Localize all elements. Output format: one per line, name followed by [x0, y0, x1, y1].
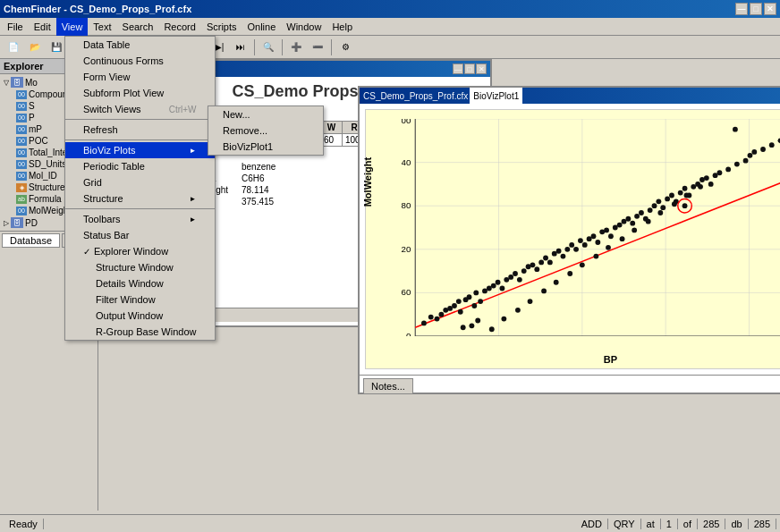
svg-text:480: 480: [402, 200, 411, 210]
status-db-value: 285: [749, 519, 776, 529]
svg-point-128: [632, 228, 637, 233]
bioviz-submenu: New... Remove... BioVizPlot1: [208, 106, 324, 156]
menu-filter-window[interactable]: Filter Window: [65, 291, 215, 308]
tab-database[interactable]: Database: [2, 233, 60, 248]
svg-point-53: [504, 277, 509, 283]
toolbar-last[interactable]: ⏭: [231, 38, 250, 57]
svg-text:320: 320: [402, 244, 411, 254]
menu-output-window[interactable]: Output Window: [65, 308, 215, 324]
menu-form-view[interactable]: Form View: [65, 69, 215, 85]
menu-explorer-window[interactable]: ✓ Explorer Window: [65, 243, 215, 259]
toolbar-open[interactable]: 📂: [25, 38, 45, 57]
menu-continuous-forms[interactable]: Continuous Forms: [65, 53, 215, 69]
status-at-value: 1: [661, 519, 678, 529]
toolbar-new[interactable]: 📄: [4, 38, 23, 57]
inner-minimize-btn[interactable]: —: [453, 63, 463, 74]
inner-close-btn[interactable]: ✕: [476, 63, 487, 74]
menu-structure-window[interactable]: Structure Window: [65, 259, 215, 275]
svg-point-76: [604, 228, 609, 233]
svg-point-60: [534, 266, 539, 272]
svg-point-129: [646, 219, 651, 224]
menu-view[interactable]: View: [56, 18, 89, 36]
x-axis-label: BP: [604, 354, 617, 365]
menu-data-table[interactable]: Data Table: [65, 37, 215, 53]
svg-point-84: [639, 210, 644, 215]
svg-point-100: [708, 182, 714, 187]
status-qry: QRY: [608, 519, 641, 529]
svg-point-40: [452, 303, 457, 308]
menu-grid[interactable]: Grid: [65, 174, 215, 190]
inner-maximize-btn[interactable]: □: [464, 63, 475, 74]
menu-subform-plot-view[interactable]: Subform Plot View: [65, 85, 215, 101]
menu-refresh[interactable]: Refresh: [65, 122, 215, 138]
svg-point-126: [606, 245, 611, 250]
notes-button[interactable]: Notes...: [363, 378, 413, 394]
bioviz-window: CS_Demo_Props_Prof.cfx BioVizPlot1 — □ ✕…: [358, 86, 780, 394]
svg-point-54: [508, 274, 513, 280]
svg-point-80: [622, 219, 627, 224]
svg-point-37: [438, 312, 444, 317]
maximize-button[interactable]: □: [750, 3, 762, 15]
svg-point-136: [733, 127, 738, 132]
inner-window-controls[interactable]: — □ ✕: [453, 63, 487, 74]
submenu-remove[interactable]: Remove...: [208, 122, 323, 139]
svg-point-102: [717, 170, 723, 175]
svg-point-124: [580, 262, 585, 267]
title-bar-controls[interactable]: — □ ✕: [735, 3, 776, 15]
svg-point-72: [587, 236, 592, 241]
menu-search[interactable]: Search: [117, 18, 159, 36]
menu-switch-views[interactable]: Switch Views Ctrl+W: [65, 101, 215, 117]
toolbar-search[interactable]: 🔍: [259, 38, 278, 57]
submenu-biovizplot1[interactable]: BioVizPlot1: [208, 139, 323, 155]
close-button[interactable]: ✕: [764, 3, 776, 15]
submenu-new[interactable]: New...: [208, 106, 323, 122]
menu-status-bar[interactable]: Status Bar: [65, 227, 215, 243]
bioviz-title-prefix: CS_Demo_Props_Prof.cfx: [363, 91, 468, 101]
bioviz-title-content: CS_Demo_Props_Prof.cfx BioVizPlot1: [363, 88, 522, 104]
toolbar-settings[interactable]: ⚙: [335, 38, 355, 57]
svg-point-121: [541, 289, 547, 294]
menu-text[interactable]: Text: [88, 18, 116, 36]
svg-point-105: [743, 158, 749, 164]
menu-toolbars[interactable]: Toolbars ►: [65, 211, 215, 227]
svg-point-116: [475, 318, 480, 324]
status-of-label: of: [678, 519, 698, 529]
svg-point-99: [704, 175, 709, 181]
menu-structure[interactable]: Structure ►: [65, 190, 215, 207]
svg-point-90: [665, 197, 670, 202]
toolbar-add[interactable]: ➕: [286, 38, 306, 57]
toolbar-sep5: [331, 39, 332, 55]
svg-point-78: [613, 225, 618, 231]
svg-point-65: [556, 249, 562, 254]
svg-point-50: [491, 283, 496, 289]
menu-edit[interactable]: Edit: [29, 18, 56, 36]
svg-point-51: [496, 280, 501, 285]
status-add: ADD: [576, 519, 608, 529]
menu-bioviz-plots[interactable]: BioViz Plots ►: [65, 142, 215, 158]
svg-point-47: [478, 299, 483, 304]
menu-record[interactable]: Record: [158, 18, 200, 36]
menu-file[interactable]: File: [2, 18, 29, 36]
svg-point-83: [634, 214, 640, 219]
toolbar-sep4: [282, 39, 283, 55]
svg-point-93: [678, 190, 683, 196]
minimize-button[interactable]: —: [735, 3, 748, 15]
menu-scripts[interactable]: Scripts: [201, 18, 242, 36]
svg-point-131: [672, 201, 677, 207]
svg-point-34: [421, 321, 427, 326]
menu-periodic-table[interactable]: Periodic Table: [65, 158, 215, 174]
y-axis-label: MolWeight: [362, 157, 373, 207]
menu-window[interactable]: Window: [281, 18, 326, 36]
svg-point-71: [582, 242, 588, 248]
menu-r-group-window[interactable]: R-Group Base Window: [65, 324, 215, 340]
bioviz-title-tab: BioVizPlot1: [470, 88, 522, 104]
toolbar-save[interactable]: 💾: [47, 38, 66, 57]
menu-online[interactable]: Online: [242, 18, 282, 36]
menu-sep2: [65, 139, 215, 140]
svg-point-96: [691, 184, 696, 190]
app-title: ChemFinder - CS_Demo_Props_Prof.cfx: [4, 4, 191, 14]
menu-help[interactable]: Help: [326, 18, 358, 36]
bioviz-title-bar: CS_Demo_Props_Prof.cfx BioVizPlot1 — □ ✕: [360, 88, 780, 104]
toolbar-delete[interactable]: ➖: [308, 38, 327, 57]
menu-details-window[interactable]: Details Window: [65, 275, 215, 291]
